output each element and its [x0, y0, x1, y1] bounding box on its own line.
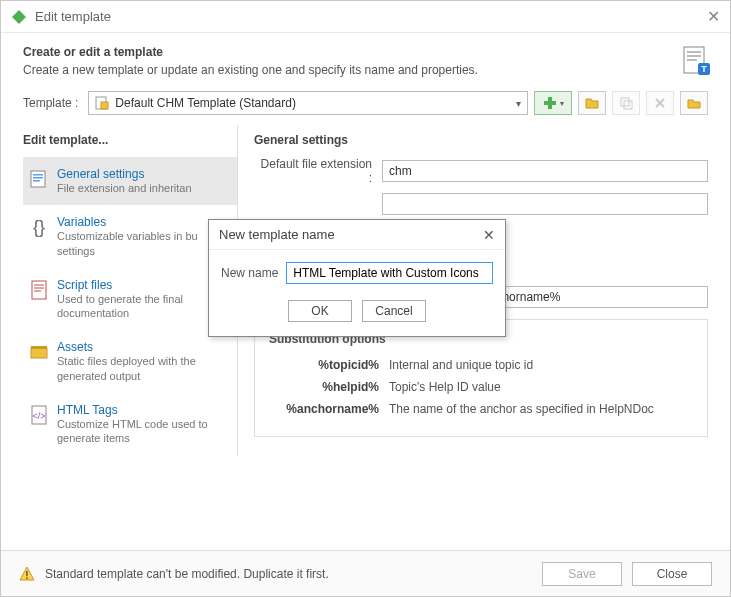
modal-title: New template name — [219, 227, 483, 242]
sidebar-item-desc: Used to generate the final documentation — [57, 292, 227, 321]
sub-row: %anchorname% The name of the anchor as s… — [269, 402, 693, 416]
template-select-icon — [95, 96, 109, 110]
save-button[interactable]: Save — [542, 562, 622, 586]
svg-rect-2 — [687, 51, 701, 53]
svg-rect-18 — [33, 180, 40, 182]
html-tags-icon: </> — [29, 403, 49, 427]
svg-text:</>: </> — [32, 411, 45, 421]
svg-rect-10 — [544, 101, 556, 105]
svg-rect-8 — [101, 102, 108, 109]
sidebar-item-label: Script files — [57, 278, 227, 292]
open-folder-button[interactable] — [578, 91, 606, 115]
assets-icon — [29, 340, 49, 364]
sub-val: Topic's Help ID value — [389, 380, 693, 394]
close-button[interactable]: Close — [632, 562, 712, 586]
warning-icon: ! — [19, 566, 35, 582]
new-template-name-dialog: New template name ✕ New name OK Cancel — [208, 219, 506, 337]
form-row-extension: Default file extension : — [254, 157, 708, 185]
sub-key: %anchorname% — [269, 402, 389, 416]
sub-key: %helpid% — [269, 380, 389, 394]
sub-row: %helpid% Topic's Help ID value — [269, 380, 693, 394]
modal-footer: OK Cancel — [209, 296, 505, 336]
chevron-down-icon: ▾ — [516, 98, 521, 109]
svg-rect-17 — [33, 177, 43, 179]
header: Create or edit a template Create a new t… — [1, 33, 730, 85]
svg-rect-20 — [32, 281, 46, 299]
svg-rect-24 — [31, 348, 47, 358]
template-select[interactable]: Default CHM Template (Standard) ▾ — [88, 91, 528, 115]
script-files-icon — [29, 278, 49, 302]
svg-rect-16 — [33, 174, 43, 176]
sub-val: Internal and unique topic id — [389, 358, 693, 372]
sidebar-item-scripts[interactable]: Script files Used to generate the final … — [23, 268, 237, 331]
sidebar-item-label: Variables — [57, 215, 227, 229]
sidebar-item-desc: Customizable variables in bu settings — [57, 229, 227, 258]
sidebar-item-htmltags[interactable]: </> HTML Tags Customize HTML code used t… — [23, 393, 237, 456]
form-label: Default file extension : — [254, 157, 382, 185]
svg-rect-12 — [624, 101, 632, 109]
footer: ! Standard template can't be modified. D… — [1, 550, 730, 596]
sidebar-item-desc: File extension and inheritan — [57, 181, 192, 195]
modal-close-icon[interactable]: ✕ — [483, 227, 495, 243]
close-icon[interactable]: ✕ — [707, 7, 720, 26]
sidebar-item-variables[interactable]: {} Variables Customizable variables in b… — [23, 205, 237, 268]
new-name-input[interactable] — [286, 262, 493, 284]
sidebar-item-desc: Customize HTML code used to generate ite… — [57, 417, 227, 446]
form-row-hidden1 — [254, 193, 708, 215]
warning-text: Standard template can't be modified. Dup… — [45, 567, 532, 581]
delete-button[interactable] — [646, 91, 674, 115]
cancel-button[interactable]: Cancel — [362, 300, 426, 322]
sidebar: Edit template... General settings File e… — [23, 125, 238, 456]
template-row: Template : Default CHM Template (Standar… — [1, 85, 730, 125]
sub-val: The name of the anchor as specified in H… — [389, 402, 693, 416]
extension-input[interactable] — [382, 160, 708, 182]
template-label: Template : — [23, 96, 78, 110]
titlebar: Edit template ✕ — [1, 1, 730, 33]
browse-button[interactable] — [680, 91, 708, 115]
header-subheading: Create a new template or update an exist… — [23, 63, 680, 77]
svg-rect-3 — [687, 55, 701, 57]
hidden-input[interactable] — [382, 193, 708, 215]
edit-template-window: Edit template ✕ Create or edit a templat… — [0, 0, 731, 597]
svg-text:!: ! — [25, 569, 28, 580]
app-icon — [11, 9, 27, 25]
template-select-text: Default CHM Template (Standard) — [115, 96, 516, 110]
svg-marker-0 — [12, 10, 26, 24]
window-title: Edit template — [35, 9, 707, 24]
svg-rect-4 — [687, 59, 697, 61]
header-heading: Create or edit a template — [23, 45, 680, 59]
sidebar-item-label: HTML Tags — [57, 403, 227, 417]
svg-rect-11 — [621, 98, 629, 106]
modal-body: New name — [209, 250, 505, 296]
sub-key: %topicid% — [269, 358, 389, 372]
sidebar-item-desc: Static files deployed with the generated… — [57, 354, 227, 383]
sidebar-item-label: Assets — [57, 340, 227, 354]
svg-rect-25 — [31, 346, 47, 349]
modal-label: New name — [221, 266, 278, 280]
svg-rect-15 — [31, 171, 45, 187]
variables-icon: {} — [29, 215, 49, 239]
sub-row: %topicid% Internal and unique topic id — [269, 358, 693, 372]
sidebar-item-general[interactable]: General settings File extension and inhe… — [23, 157, 237, 205]
sidebar-item-label: General settings — [57, 167, 192, 181]
modal-titlebar: New template name ✕ — [209, 220, 505, 250]
svg-text:T: T — [701, 64, 707, 74]
duplicate-button[interactable] — [612, 91, 640, 115]
general-settings-icon — [29, 167, 49, 191]
svg-text:{}: {} — [33, 217, 45, 237]
template-doc-icon: T — [680, 45, 712, 77]
main-title: General settings — [254, 125, 708, 157]
ok-button[interactable]: OK — [288, 300, 352, 322]
sidebar-title: Edit template... — [23, 125, 237, 157]
add-template-button[interactable]: ▾ — [534, 91, 572, 115]
sidebar-item-assets[interactable]: Assets Static files deployed with the ge… — [23, 330, 237, 393]
